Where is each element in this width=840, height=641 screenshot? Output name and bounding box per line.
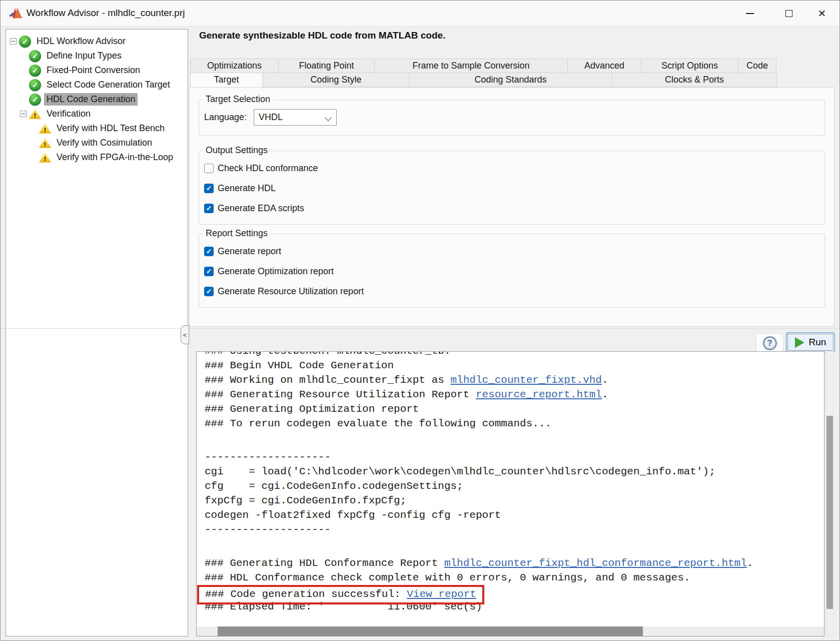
settings-tabs: OptimizationsFloating PointFrame to Samp… (190, 59, 779, 87)
checkbox-label: Check HDL conformance (218, 163, 318, 174)
tree-item-label: Verify with HDL Test Bench (54, 122, 167, 135)
output-settings-rows: Check HDL conformance✓Generate HDL✓Gener… (204, 158, 819, 218)
tree-item-define-input-types[interactable]: ✓Define Input Types (6, 49, 188, 63)
tree-item-verify-with-fpga-in-the-loop[interactable]: !Verify with FPGA-in-the-Loop (6, 150, 188, 165)
tab-coding-standards[interactable]: Coding Standards (409, 73, 612, 87)
console-text: codegen -float2fixed fxpCfg -config cfg … (205, 509, 501, 521)
group-legend: Report Settings (203, 228, 270, 239)
vertical-scrollbar-thumb[interactable] (826, 416, 833, 609)
tab-coding-style[interactable]: Coding Style (262, 73, 410, 87)
console-line: ### Working on mlhdlc_counter_fixpt as m… (205, 373, 824, 387)
console-line: codegen -float2fixed fxpCfg -config cfg … (205, 508, 824, 522)
console-link-mlhdlc-counter-fixpt-hdl-conformance-report-html[interactable]: mlhdlc_counter_fixpt_hdl_conformance_rep… (444, 557, 747, 569)
checkbox-unchecked-icon[interactable] (204, 164, 214, 173)
checkbox-label: Generate report (218, 246, 281, 257)
tree-item-label: Verification (44, 108, 93, 120)
tab-advanced[interactable]: Advanced (567, 59, 641, 73)
tab-script-options[interactable]: Script Options (641, 59, 738, 73)
tree-item-label: Define Input Types (44, 50, 124, 62)
tree-item-select-code-generation-target[interactable]: ✓Select Code Generation Target (6, 78, 188, 92)
vertical-scrollbar[interactable] (825, 351, 834, 636)
tree-item-label: Select Code Generation Target (44, 79, 173, 91)
help-button[interactable]: ? (756, 333, 783, 353)
console-line: fxpCfg = cgi.CodeGenInfo.fxpCfg; (205, 493, 824, 508)
tab-code[interactable]: Code (738, 59, 776, 73)
tab-frame-to-sample-conversion[interactable]: Frame to Sample Conversion (374, 59, 568, 73)
close-button[interactable]: ✕ (807, 1, 836, 26)
tab-row-1: OptimizationsFloating PointFrame to Samp… (190, 59, 779, 73)
checkbox-checked-icon[interactable]: ✓ (204, 204, 214, 213)
run-button[interactable]: Run (786, 332, 835, 352)
checkbox-checked-icon[interactable]: ✓ (204, 267, 214, 276)
language-select[interactable]: VHDL (254, 109, 337, 126)
console-link-view-report[interactable]: View report (407, 588, 476, 600)
console-line: ### Generating HDL Conformance Report ml… (205, 556, 824, 570)
console-line: ### Code generation successful: View rep… (205, 585, 824, 599)
tab-row-2: TargetCoding StyleCoding StandardsClocks… (190, 73, 779, 87)
warning-icon: ! (39, 138, 51, 149)
tree-item-verify-with-hdl-test-bench[interactable]: !Verify with HDL Test Bench (6, 121, 188, 136)
tree-item-verify-with-cosimulation[interactable]: !Verify with Cosimulation (6, 136, 188, 150)
warning-icon: ! (39, 123, 51, 134)
console-text: . (747, 557, 753, 569)
tree-item-fixed-point-conversion[interactable]: ✓Fixed-Point Conversion (6, 63, 188, 78)
tree-item-label: Verify with FPGA-in-the-Loop (54, 151, 176, 164)
console-text: . (602, 374, 608, 386)
check-icon: ✓ (29, 50, 41, 62)
tree-item-label: HDL Workflow Advisor (34, 35, 128, 48)
console-text: ### Begin VHDL Code Generation (205, 360, 394, 371)
console-text: -------------------- (205, 451, 331, 463)
matlab-logo-icon (9, 7, 23, 20)
console-text: . (602, 389, 608, 400)
page-title: Generate synthesizable HDL code from MAT… (199, 30, 445, 41)
tab-floating-point[interactable]: Floating Point (278, 59, 375, 73)
console-text: ### Working on mlhdlc_counter_fixpt as (205, 374, 450, 386)
check-icon: ✓ (29, 94, 41, 106)
tree-item-verification[interactable]: !Verification (6, 107, 188, 121)
minimize-button[interactable] (735, 1, 764, 26)
console-text: fxpCfg = cgi.CodeGenInfo.fxpCfg; (205, 495, 406, 506)
group-legend: Target Selection (203, 94, 273, 105)
collapse-panel-handle[interactable]: < (181, 325, 189, 344)
tree-item-label: Fixed-Point Conversion (44, 64, 143, 77)
tab-target[interactable]: Target (190, 73, 263, 87)
console-text: cfg = cgi.CodeGenInfo.codegenSettings; (205, 480, 463, 492)
console-line: cfg = cgi.CodeGenInfo.codegenSettings; (205, 479, 824, 493)
panel-divider (1, 328, 839, 329)
tree-item-hdl-code-generation[interactable]: ✓HDL Code Generation (6, 92, 188, 107)
tab-clocks-ports[interactable]: Clocks & Ports (611, 73, 777, 87)
warning-icon: ! (29, 109, 41, 120)
checkbox-checked-icon[interactable]: ✓ (204, 247, 214, 256)
run-button-label: Run (809, 337, 826, 348)
maximize-button[interactable] (774, 1, 803, 26)
console-text: ### Code generation successful: (205, 588, 407, 600)
horizontal-scrollbar-thumb[interactable] (218, 626, 643, 636)
checkbox-row-check-hdl-conformance: Check HDL conformance (204, 158, 819, 178)
target-tab-panel: Target Selection Language: VHDL Output S… (189, 87, 834, 327)
tree-item-hdl-workflow-advisor[interactable]: ✓HDL Workflow Advisor (6, 34, 188, 49)
checkbox-checked-icon[interactable]: ✓ (204, 287, 214, 296)
tree-expander-icon[interactable] (20, 111, 27, 117)
checkbox-row-generate-eda-scripts: ✓Generate EDA scripts (204, 198, 819, 218)
tree-expander-icon[interactable] (10, 38, 17, 45)
console-link-resource-report-html[interactable]: resource_report.html (476, 389, 602, 400)
checkbox-label: Generate EDA scripts (218, 203, 304, 214)
workflow-tree: ✓HDL Workflow Advisor✓Define Input Types… (6, 29, 188, 636)
console-text: cgi = load('C:\hdlcoder\work\codegen\mlh… (205, 466, 715, 477)
report-settings-group: Report Settings ✓Generate report✓Generat… (199, 234, 825, 308)
window-title: Workflow Advisor - mlhdlc_counter.prj (27, 8, 185, 19)
console-text: ### Generating HDL Conformance Report (205, 557, 444, 569)
tab-optimizations[interactable]: Optimizations (190, 59, 279, 73)
console-text: ### Generating Resource Utilization Repo… (205, 389, 476, 400)
console-line: cgi = load('C:\hdlcoder\work\codegen\mlh… (205, 464, 824, 479)
checkbox-checked-icon[interactable]: ✓ (204, 184, 214, 193)
warning-icon: ! (39, 152, 51, 163)
console-link-mlhdlc-counter-fixpt-vhd[interactable]: mlhdlc_counter_fixpt.vhd (450, 374, 601, 386)
collapse-left-icon: < (183, 331, 187, 339)
console-line: ### Generating Optimization report (205, 402, 824, 416)
target-selection-group: Target Selection Language: VHDL (199, 100, 825, 136)
horizontal-scrollbar[interactable] (197, 626, 824, 636)
console-line (205, 431, 824, 450)
report-settings-rows: ✓Generate report✓Generate Optimization r… (204, 241, 819, 301)
checkbox-row-generate-optimization-report: ✓Generate Optimization report (204, 261, 819, 281)
